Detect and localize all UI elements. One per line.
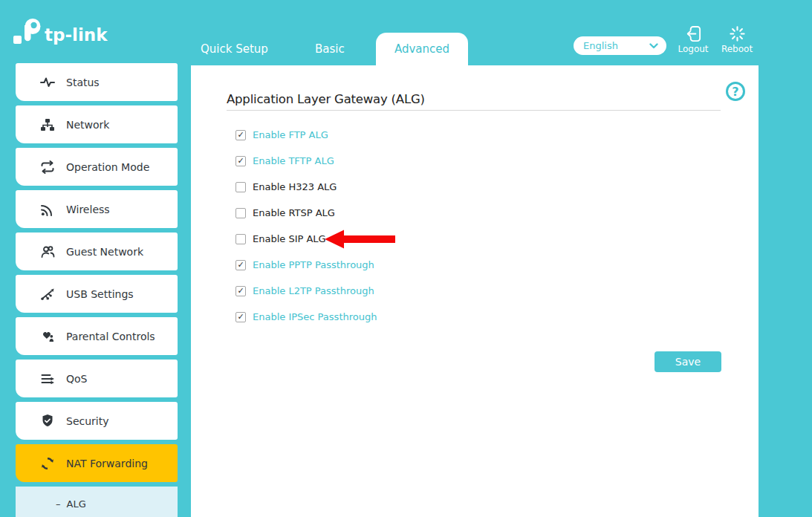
enable-ftp-alg-row: Enable FTP ALG: [236, 122, 377, 148]
tab-quick-setup[interactable]: Quick Setup: [201, 42, 268, 56]
enable-pptp-passthrough-label: Enable PPTP Passthrough: [253, 259, 374, 270]
security-shield-icon: [40, 414, 55, 429]
enable-tftp-alg-label: Enable TFTP ALG: [253, 155, 334, 166]
enable-l2tp-passthrough-label: Enable L2TP Passthrough: [253, 285, 374, 296]
reboot-icon: [729, 25, 746, 42]
sidebar: Status Network Operation Mode W: [16, 63, 178, 517]
sidebar-item-label: USB Settings: [66, 288, 134, 300]
help-icon[interactable]: ?: [726, 82, 745, 101]
tab-basic[interactable]: Basic: [315, 42, 345, 56]
page-title: Application Layer Gateway (ALG): [227, 92, 425, 106]
sidebar-item-operation-mode[interactable]: Operation Mode: [16, 148, 178, 186]
enable-pptp-passthrough-row: Enable PPTP Passthrough: [236, 252, 377, 278]
sidebar-item-label: QoS: [66, 373, 87, 385]
sidebar-item-network[interactable]: Network: [16, 105, 178, 143]
content-panel: Application Layer Gateway (ALG) ? Enable…: [191, 65, 759, 517]
chevron-down-icon: [649, 43, 658, 49]
guest-network-icon: [40, 244, 55, 259]
logout-label: Logout: [678, 44, 708, 54]
sidebar-item-wireless[interactable]: Wireless: [16, 190, 178, 228]
nat-forwarding-icon: [40, 456, 55, 471]
status-icon: [40, 75, 55, 90]
save-button[interactable]: Save: [655, 351, 721, 372]
sidebar-item-nat-forwarding[interactable]: NAT Forwarding: [16, 444, 178, 482]
enable-ipsec-passthrough-checkbox[interactable]: [236, 312, 246, 322]
enable-ipsec-passthrough-label: Enable IPSec Passthrough: [253, 311, 377, 322]
sidebar-item-guest-network[interactable]: Guest Network: [16, 233, 178, 270]
operation-mode-icon: [40, 160, 55, 175]
enable-l2tp-passthrough-checkbox[interactable]: [236, 286, 246, 296]
enable-h323-alg-row: Enable H323 ALG: [236, 174, 377, 200]
enable-pptp-passthrough-checkbox[interactable]: [236, 260, 246, 270]
sidebar-item-status[interactable]: Status: [16, 63, 178, 101]
sidebar-item-security[interactable]: Security: [16, 402, 178, 440]
tab-advanced[interactable]: Advanced: [376, 33, 468, 65]
enable-ipsec-passthrough-row: Enable IPSec Passthrough: [236, 304, 377, 330]
enable-rtsp-alg-checkbox[interactable]: [236, 208, 246, 218]
sidebar-item-label: Network: [66, 119, 109, 131]
sidebar-submenu: –ALG: [16, 487, 178, 517]
parental-controls-icon: [40, 329, 55, 344]
submenu-label: ALG: [67, 498, 86, 510]
logout-button[interactable]: Logout: [670, 25, 716, 54]
tp-link-logo-icon: tp-link: [12, 16, 116, 53]
wireless-icon: [40, 202, 55, 217]
sidebar-item-label: NAT Forwarding: [66, 458, 148, 469]
router-admin-page: tp-link Quick Setup Basic Advanced Engli…: [0, 0, 812, 517]
sidebar-item-label: Guest Network: [66, 246, 143, 258]
title-divider: [227, 110, 721, 111]
sidebar-item-label: Parental Controls: [66, 331, 155, 342]
submenu-dash: –: [56, 498, 61, 510]
enable-sip-alg-row: Enable SIP ALG: [236, 226, 377, 252]
network-icon: [40, 117, 55, 132]
sidebar-item-parental-controls[interactable]: Parental Controls: [16, 317, 178, 355]
enable-h323-alg-label: Enable H323 ALG: [253, 181, 337, 192]
sidebar-item-label: Status: [66, 77, 100, 88]
sidebar-item-usb-settings[interactable]: USB Settings: [16, 275, 178, 313]
sidebar-item-label: Wireless: [66, 204, 110, 215]
sidebar-item-label: Operation Mode: [66, 161, 149, 173]
reboot-button[interactable]: Reboot: [714, 25, 760, 54]
enable-tftp-alg-row: Enable TFTP ALG: [236, 148, 377, 174]
enable-sip-alg-checkbox[interactable]: [236, 234, 246, 244]
sidebar-item-qos[interactable]: QoS: [16, 360, 178, 397]
logout-icon: [685, 25, 702, 42]
enable-ftp-alg-checkbox[interactable]: [236, 130, 246, 140]
svg-text:tp-link: tp-link: [45, 25, 108, 45]
enable-rtsp-alg-label: Enable RTSP ALG: [253, 207, 335, 218]
alg-options-list: Enable FTP ALG Enable TFTP ALG Enable H3…: [236, 122, 377, 330]
reboot-label: Reboot: [721, 44, 753, 54]
enable-tftp-alg-checkbox[interactable]: [236, 156, 246, 166]
enable-ftp-alg-label: Enable FTP ALG: [253, 129, 328, 140]
enable-sip-alg-label: Enable SIP ALG: [253, 233, 326, 244]
qos-icon: [40, 371, 55, 386]
sidebar-subitem-alg[interactable]: –ALG: [56, 498, 86, 510]
sidebar-item-label: Security: [66, 415, 109, 427]
tp-link-logo: tp-link: [12, 16, 116, 56]
usb-icon: [40, 287, 55, 302]
enable-l2tp-passthrough-row: Enable L2TP Passthrough: [236, 278, 377, 304]
language-select-value: English: [583, 40, 618, 51]
highlight-arrow-icon: [325, 229, 395, 250]
enable-h323-alg-checkbox[interactable]: [236, 182, 246, 192]
enable-rtsp-alg-row: Enable RTSP ALG: [236, 200, 377, 226]
language-select[interactable]: English: [574, 36, 666, 55]
